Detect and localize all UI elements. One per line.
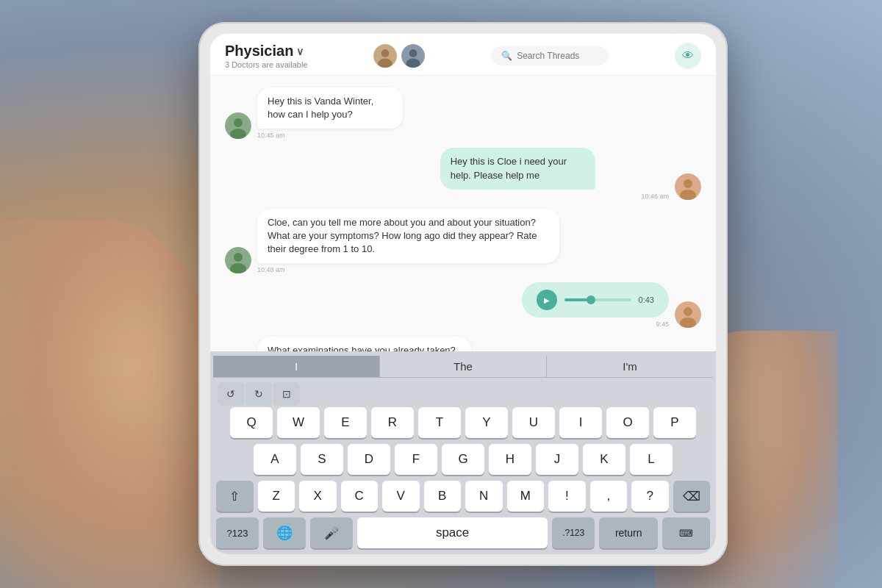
doctor-avatar-1[interactable] — [373, 44, 397, 68]
key-e[interactable]: E — [324, 407, 367, 438]
key-l[interactable]: L — [630, 444, 673, 475]
audio-waveform — [564, 298, 631, 301]
message-bubble-2: Hey this is Cloe i need your help. Pleas… — [440, 148, 669, 199]
key-o[interactable]: O — [606, 407, 649, 438]
key-m[interactable]: M — [507, 481, 545, 512]
key-x[interactable]: X — [299, 481, 337, 512]
shift-key[interactable]: ⇧ — [216, 481, 254, 512]
dismiss-keyboard-key[interactable]: ⌨ — [662, 517, 710, 548]
doctor-avatar-2[interactable] — [401, 44, 425, 68]
message-row-5: What examinations have you already taken… — [225, 337, 701, 351]
globe-key[interactable]: 🌐 — [263, 517, 306, 548]
eye-button[interactable]: 👁 — [675, 43, 701, 69]
key-v[interactable]: V — [382, 481, 420, 512]
key-s[interactable]: S — [301, 444, 343, 475]
suggestion-i[interactable]: I — [213, 356, 380, 377]
audio-bubble[interactable]: ▶ 0:43 — [522, 282, 669, 318]
key-b[interactable]: B — [424, 481, 462, 512]
suggestion-im[interactable]: I'm — [547, 356, 713, 377]
message-row-4: ▶ 0:43 9:45 — [225, 282, 701, 328]
key-row-2: A S D F G H J K L — [216, 444, 710, 475]
svg-point-10 — [684, 179, 692, 188]
key-exclaim[interactable]: ! — [548, 481, 586, 512]
msg-time-4: 9:45 — [522, 320, 669, 328]
keyboard-area: I The I'm ↺ ↻ ⊡ Q W E R T Y U — [210, 351, 716, 554]
paste-button[interactable]: ⊡ — [273, 382, 300, 406]
key-t[interactable]: T — [418, 407, 461, 438]
numbers-key[interactable]: ?123 — [216, 517, 259, 548]
suggestions-row: I The I'm — [213, 356, 713, 378]
key-question[interactable]: ? — [631, 481, 669, 512]
header-subtitle: 3 Doctors are available — [225, 60, 308, 69]
message-bubble-4: ▶ 0:43 9:45 — [522, 282, 669, 328]
msg-avatar-3 — [225, 247, 251, 273]
message-bubble-1: Hey this is Vanda Winter, how can I help… — [257, 87, 472, 139]
key-u[interactable]: U — [512, 407, 555, 438]
undo-button[interactable]: ↺ — [218, 382, 244, 406]
space-key[interactable]: space — [357, 517, 548, 548]
key-k[interactable]: K — [583, 444, 625, 475]
tablet-frame: Physician ∨ 3 Doctors are available 🔍 — [198, 22, 728, 566]
svg-point-16 — [684, 307, 692, 316]
audio-duration: 0:43 — [639, 295, 654, 304]
physician-title: Physician — [225, 43, 293, 60]
key-rows: Q W E R T Y U I O P A S D F G — [213, 407, 713, 548]
key-p[interactable]: P — [653, 407, 696, 438]
key-f[interactable]: F — [395, 444, 437, 475]
key-a[interactable]: A — [254, 444, 296, 475]
play-button[interactable]: ▶ — [537, 290, 557, 310]
message-row-1: Hey this is Vanda Winter, how can I help… — [225, 87, 701, 139]
bubble-text-3: Cloe, can you tell me more about you and… — [257, 209, 559, 264]
key-h[interactable]: H — [489, 444, 531, 475]
delete-key[interactable]: ⌫ — [673, 481, 711, 512]
dropdown-chevron[interactable]: ∨ — [296, 46, 304, 57]
bubble-text-1: Hey this is Vanda Winter, how can I help… — [257, 87, 403, 129]
message-bubble-5: What examinations have you already taken… — [257, 337, 572, 351]
bubble-text-2: Hey this is Cloe i need your help. Pleas… — [440, 148, 596, 189]
header-title[interactable]: Physician ∨ — [225, 43, 308, 60]
search-icon: 🔍 — [501, 51, 512, 61]
redo-button[interactable]: ↻ — [245, 382, 272, 406]
svg-point-4 — [409, 49, 417, 57]
header-avatars — [373, 44, 425, 68]
suggestion-the[interactable]: The — [380, 356, 547, 377]
key-w[interactable]: W — [277, 407, 320, 438]
msg-time-3: 10:48 am — [257, 266, 701, 273]
key-q[interactable]: Q — [230, 407, 273, 438]
eye-icon: 👁 — [682, 49, 694, 62]
dot123-key[interactable]: .?123 — [552, 517, 595, 548]
message-row-2: Hey this is Cloe i need your help. Pleas… — [225, 148, 701, 199]
bubble-text-5: What examinations have you already taken… — [257, 337, 471, 351]
msg-avatar-1 — [225, 112, 251, 139]
message-row-3: Cloe, can you tell me more about you and… — [225, 209, 701, 274]
mic-key[interactable]: 🎤 — [310, 517, 353, 548]
hand-left — [0, 220, 220, 588]
key-row-1: Q W E R T Y U I O P — [216, 407, 710, 438]
key-c[interactable]: C — [341, 481, 379, 512]
svg-point-7 — [234, 118, 243, 127]
msg-time-2: 10:46 am — [440, 193, 669, 200]
search-input[interactable] — [517, 51, 598, 61]
key-d[interactable]: D — [348, 444, 390, 475]
chat-area: Hey this is Vanda Winter, how can I help… — [210, 76, 716, 351]
message-bubble-3: Cloe, can you tell me more about you and… — [257, 209, 701, 274]
key-row-3: ⇧ Z X C V B N M ! , ? ⌫ — [216, 481, 710, 512]
key-y[interactable]: Y — [465, 407, 508, 438]
key-j[interactable]: J — [536, 444, 578, 475]
msg-avatar-4 — [675, 301, 701, 328]
key-z[interactable]: Z — [258, 481, 295, 512]
return-key[interactable]: return — [599, 517, 658, 548]
toolbar-row: ↺ ↻ ⊡ — [213, 381, 713, 407]
key-i[interactable]: I — [559, 407, 602, 438]
key-g[interactable]: G — [442, 444, 484, 475]
key-n[interactable]: N — [465, 481, 503, 512]
search-box[interactable]: 🔍 — [491, 46, 609, 65]
chat-header: Physician ∨ 3 Doctors are available 🔍 — [210, 34, 716, 76]
svg-point-13 — [234, 253, 243, 262]
key-r[interactable]: R — [371, 407, 414, 438]
svg-point-1 — [381, 49, 390, 57]
tablet-screen: Physician ∨ 3 Doctors are available 🔍 — [210, 34, 716, 554]
msg-avatar-2 — [675, 173, 701, 200]
key-comma[interactable]: , — [590, 481, 628, 512]
key-row-4: ?123 🌐 🎤 space .?123 return ⌨ — [216, 517, 710, 548]
